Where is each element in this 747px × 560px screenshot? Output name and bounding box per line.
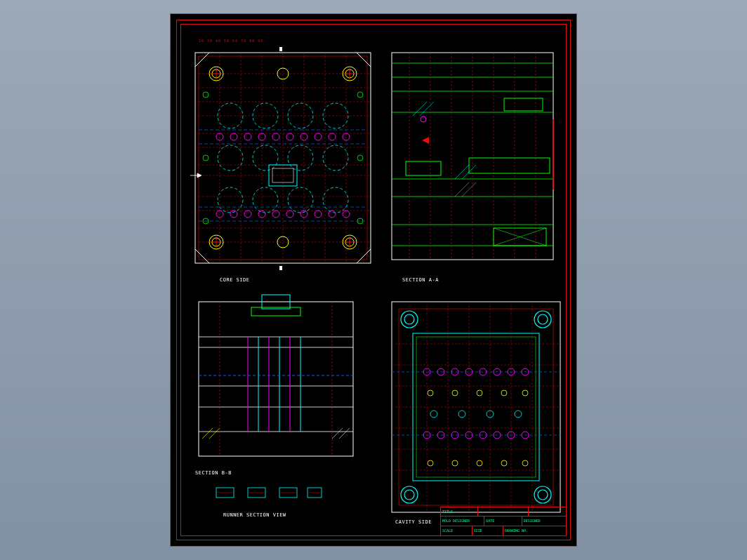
svg-point-48 bbox=[253, 145, 278, 171]
svg-line-138 bbox=[332, 428, 343, 439]
view-runner-details[interactable] bbox=[213, 484, 325, 502]
dimension-ticks-top: 20 30 40 50 60 70 80 90 bbox=[199, 39, 263, 43]
svg-point-196 bbox=[522, 390, 528, 396]
svg-point-62 bbox=[315, 133, 322, 140]
svg-point-51 bbox=[218, 187, 243, 213]
svg-point-156 bbox=[538, 314, 548, 324]
svg-point-192 bbox=[428, 390, 433, 396]
tb-scale: SCALE bbox=[441, 526, 472, 535]
svg-point-60 bbox=[286, 133, 293, 140]
svg-point-66 bbox=[230, 211, 237, 218]
svg-marker-121 bbox=[422, 137, 429, 144]
svg-point-158 bbox=[404, 490, 414, 500]
svg-point-72 bbox=[315, 211, 322, 218]
svg-point-120 bbox=[421, 116, 426, 122]
svg-line-3 bbox=[357, 53, 371, 67]
svg-point-52 bbox=[253, 187, 278, 213]
svg-point-200 bbox=[501, 460, 507, 466]
tb-drawing-no: DRAWING NO. bbox=[503, 526, 566, 535]
svg-line-139 bbox=[339, 428, 350, 439]
svg-line-4 bbox=[195, 249, 209, 263]
svg-line-137 bbox=[209, 428, 220, 439]
svg-point-199 bbox=[477, 460, 482, 466]
svg-point-197 bbox=[428, 460, 433, 466]
svg-line-115 bbox=[455, 165, 469, 179]
label-core-side: CORE SIDE bbox=[220, 277, 249, 283]
svg-point-154 bbox=[404, 314, 414, 324]
svg-point-157 bbox=[401, 486, 418, 503]
view-section-bb[interactable] bbox=[192, 295, 367, 470]
svg-rect-89 bbox=[279, 266, 282, 270]
label-runner-section: RUNNER SECTION VIEW bbox=[223, 512, 286, 518]
svg-point-160 bbox=[538, 490, 548, 500]
view-cavity-side[interactable] bbox=[388, 295, 564, 519]
svg-point-80 bbox=[357, 155, 363, 161]
svg-point-69 bbox=[272, 211, 279, 218]
svg-point-155 bbox=[534, 311, 551, 328]
svg-rect-107 bbox=[504, 98, 543, 111]
svg-point-73 bbox=[329, 211, 336, 218]
tb-r1c3 bbox=[529, 507, 566, 516]
svg-point-54 bbox=[323, 187, 348, 213]
svg-rect-109 bbox=[469, 158, 550, 173]
svg-point-53 bbox=[288, 187, 313, 213]
svg-point-203 bbox=[458, 411, 465, 418]
svg-point-75 bbox=[203, 92, 209, 98]
svg-line-114 bbox=[420, 102, 434, 116]
view-section-aa[interactable] bbox=[388, 49, 564, 267]
svg-point-49 bbox=[288, 145, 313, 171]
svg-point-193 bbox=[452, 390, 458, 396]
view-core-side[interactable] bbox=[192, 46, 374, 270]
title-block: TITLE MOLD DESIGNER DATE DESIGNED SCALE … bbox=[440, 507, 567, 536]
svg-point-57 bbox=[244, 133, 251, 140]
svg-rect-90 bbox=[279, 47, 282, 51]
svg-point-47 bbox=[218, 145, 243, 171]
label-section-bb: SECTION B-B bbox=[195, 470, 232, 476]
tb-size: SIZE bbox=[472, 526, 504, 535]
svg-point-56 bbox=[230, 133, 237, 140]
label-section-aa: SECTION A-A bbox=[402, 277, 439, 283]
svg-point-205 bbox=[515, 411, 522, 418]
svg-line-117 bbox=[455, 182, 469, 196]
svg-point-198 bbox=[452, 460, 458, 466]
tb-title-value bbox=[478, 507, 528, 516]
svg-rect-108 bbox=[406, 161, 441, 175]
tb-date: DATE bbox=[484, 516, 522, 525]
svg-point-194 bbox=[477, 390, 482, 396]
svg-line-2 bbox=[195, 53, 209, 67]
svg-point-159 bbox=[534, 486, 551, 503]
svg-point-63 bbox=[329, 133, 336, 140]
svg-point-50 bbox=[323, 145, 348, 171]
svg-point-59 bbox=[272, 133, 279, 140]
svg-point-67 bbox=[244, 211, 251, 218]
svg-point-153 bbox=[401, 311, 418, 328]
svg-point-195 bbox=[501, 390, 507, 396]
svg-point-70 bbox=[286, 211, 293, 218]
svg-point-76 bbox=[357, 92, 363, 98]
tb-designer: MOLD DESIGNER bbox=[441, 516, 484, 525]
svg-line-113 bbox=[413, 102, 427, 116]
tb-title-label: TITLE bbox=[441, 507, 478, 516]
svg-rect-122 bbox=[199, 302, 353, 456]
svg-line-136 bbox=[202, 428, 213, 439]
svg-point-79 bbox=[203, 155, 209, 161]
cad-drawing-sheet[interactable]: 20 30 40 50 60 70 80 90 bbox=[170, 13, 577, 547]
svg-line-5 bbox=[357, 249, 371, 263]
svg-point-201 bbox=[522, 460, 528, 466]
svg-marker-88 bbox=[197, 173, 201, 178]
svg-line-118 bbox=[462, 182, 476, 196]
label-cavity-side: CAVITY SIDE bbox=[395, 519, 432, 525]
svg-point-202 bbox=[430, 411, 437, 418]
tb-designed: DESIGNED bbox=[522, 516, 566, 525]
